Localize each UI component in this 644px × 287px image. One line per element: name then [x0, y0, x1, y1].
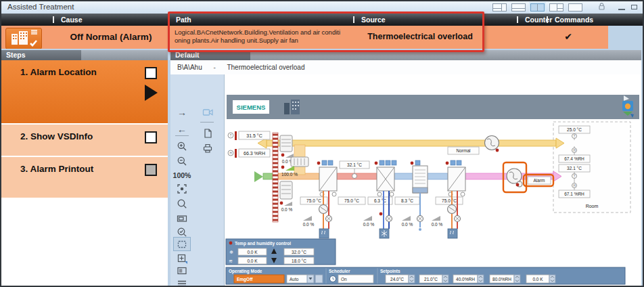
- zoom-out-button[interactable]: [173, 154, 191, 168]
- scheduler-value: On: [341, 277, 347, 282]
- breadcrumb-title: Thermoelectrical overload: [227, 64, 304, 71]
- room-label: Room: [586, 204, 599, 208]
- maximize-button[interactable]: [630, 4, 639, 11]
- graphics-toolbar: → ← 100%: [170, 74, 224, 286]
- magnifier-button[interactable]: [173, 196, 191, 211]
- viewport-button[interactable]: [173, 211, 191, 225]
- steps-tabbar: Steps: [1, 50, 168, 60]
- assisted-treatment-window: Assisted Treatment Cause Path Source Cou…: [0, 0, 644, 287]
- viewer-panel: Default B\A\Ahu - Thermoelectrical overl…: [170, 50, 641, 286]
- supply-duct-temp-value: 32.1 °C: [347, 162, 362, 167]
- breadcrumb-separator: -: [213, 64, 215, 71]
- setpoint-spinner[interactable]: 80.0%RH: [490, 275, 520, 283]
- window-controls: [492, 3, 639, 12]
- page-button[interactable]: [199, 126, 216, 140]
- reheat-valve-pos: 0.0 %: [432, 222, 443, 227]
- layout-columns-icon[interactable]: [492, 3, 507, 12]
- fresh-damper-pos: 0.0 %: [281, 207, 293, 212]
- back-arrow-button[interactable]: ←: [173, 122, 191, 136]
- svg-text:H: H: [229, 152, 231, 155]
- alarm-cause: Off Normal (Alarm): [51, 32, 170, 42]
- step-label: 1. Alarm Location: [20, 67, 97, 77]
- lock-icon[interactable]: [597, 1, 606, 14]
- temp-low-limit-field[interactable]: 18.0 °C: [292, 259, 306, 263]
- window-title: Assisted Treatment: [7, 3, 74, 11]
- humidifier[interactable]: 0.0 %: [402, 160, 428, 231]
- cooling-deadband-field[interactable]: 0.0 K: [247, 250, 258, 255]
- layout-mixed-icon[interactable]: [549, 3, 564, 12]
- toolbar-divider: [200, 122, 214, 123]
- humidity-deadband-field[interactable]: 0.0 K: [247, 259, 258, 263]
- outside-rh-value: 66.3 %RH: [244, 151, 265, 156]
- svg-text:T: T: [574, 135, 576, 138]
- setpoint-value: 80.0%RH: [492, 277, 511, 282]
- zoom-in-button[interactable]: [173, 139, 191, 153]
- temp-high-limit-field[interactable]: 32.0 °C: [292, 250, 306, 255]
- scheduler-label: Scheduler: [329, 269, 350, 273]
- air-filter[interactable]: [273, 133, 278, 222]
- breadcrumb-location[interactable]: B\A\Ahu: [177, 64, 202, 71]
- svg-text:H: H: [573, 149, 575, 152]
- column-header-counter: Counter: [525, 16, 552, 24]
- recirc-damper-pos: 100.0 %: [281, 172, 298, 177]
- step-alarm-location[interactable]: 1. Alarm Location: [1, 60, 168, 123]
- setpoint-spinner[interactable]: 24.0°C: [386, 275, 415, 283]
- column-separator: [547, 16, 548, 23]
- print-button[interactable]: [199, 141, 216, 155]
- list-lines-button[interactable]: [173, 276, 191, 287]
- cooling-valve-pos: 0.0 %: [363, 222, 375, 227]
- setpoint-spinner[interactable]: 21.0°C: [419, 275, 448, 283]
- zoom-level-label: 100%: [173, 168, 191, 182]
- minimize-button[interactable]: [618, 4, 626, 11]
- cooling-return-temp: 8.3 °C: [401, 198, 413, 203]
- layout-split-selected-icon[interactable]: [530, 3, 545, 12]
- column-header-commands: Commands: [555, 16, 593, 24]
- setpoint-value: 21.0°C: [424, 277, 438, 282]
- heating-valve-pos: 0.0 %: [303, 222, 315, 227]
- tab-steps[interactable]: Steps: [1, 50, 81, 60]
- reheat-coil[interactable]: 75.0 °C 0.0 %: [432, 160, 465, 238]
- operating-mode-bar: Operating Mode EmgOff Auto Scheduler: [226, 267, 625, 284]
- setpoint-spinner[interactable]: 40.0%RH: [453, 275, 484, 283]
- step-checkbox[interactable]: [145, 67, 157, 79]
- svg-text:❄: ❄: [229, 250, 233, 255]
- fresh-air-arrow-icon: [254, 171, 263, 182]
- layout-bottom-icon[interactable]: [511, 3, 526, 12]
- layout-region-button[interactable]: [173, 263, 191, 278]
- setpoint-spinner[interactable]: 0.0 K: [526, 275, 555, 283]
- step-checkbox-disabled[interactable]: [145, 164, 157, 176]
- svg-text:H: H: [573, 184, 575, 187]
- supply-fan-status: Alarm: [534, 178, 545, 183]
- siemens-logo-text: SIEMENS: [237, 104, 266, 111]
- return-fan-status: Normal: [457, 148, 472, 153]
- panel-title: Temp and humidity control: [235, 241, 291, 246]
- step-label: 2. Show VSDInfo: [20, 131, 93, 141]
- step-label: 3. Alarm Printout: [20, 164, 93, 174]
- red-annotation-box: [168, 12, 484, 52]
- heating-coil[interactable]: 75.0 °C 75.0 °C 0.0 %: [300, 160, 365, 238]
- setpoints-label: Setpoints: [380, 269, 400, 274]
- mode-extra-button[interactable]: [315, 275, 323, 283]
- alarm-command-check[interactable]: ✔: [553, 31, 583, 42]
- column-separator: [517, 16, 518, 23]
- layout-single-icon[interactable]: [568, 3, 582, 12]
- humidifier-valve-pos: 0.0 %: [402, 222, 413, 227]
- fit-to-view-button[interactable]: [173, 181, 191, 196]
- mode-dropdown-value: Auto: [290, 277, 299, 282]
- operating-mode-label: Operating Mode: [229, 269, 262, 274]
- step-show-vsdinfo[interactable]: 2. Show VSDInfo: [1, 125, 168, 156]
- outside-humidity-sensor: H 66.3 %RH: [228, 149, 270, 158]
- forward-arrow-button[interactable]: →: [173, 105, 191, 119]
- camera-view-button[interactable]: [199, 105, 216, 119]
- selection-rect-button-active[interactable]: [173, 237, 191, 251]
- setpoint-value: 0.0 K: [532, 277, 543, 282]
- supply-air-fan-alarm[interactable]: Alarm: [503, 162, 553, 192]
- graphic-header-band: SIEMENS: [227, 95, 639, 119]
- fresh-air-damper[interactable]: 0.0 %: [280, 181, 293, 212]
- column-separator: [53, 16, 54, 23]
- step-alarm-printout[interactable]: 3. Alarm Printout: [1, 157, 168, 198]
- temp-humidity-control-panel: Temp and humidity control ❄ 0.0 K 32.0 °…: [226, 239, 336, 265]
- cooling-flow-temp: 6.3 °C: [374, 198, 386, 203]
- step-checkbox[interactable]: [145, 131, 157, 144]
- column-header-cause: Cause: [61, 16, 83, 24]
